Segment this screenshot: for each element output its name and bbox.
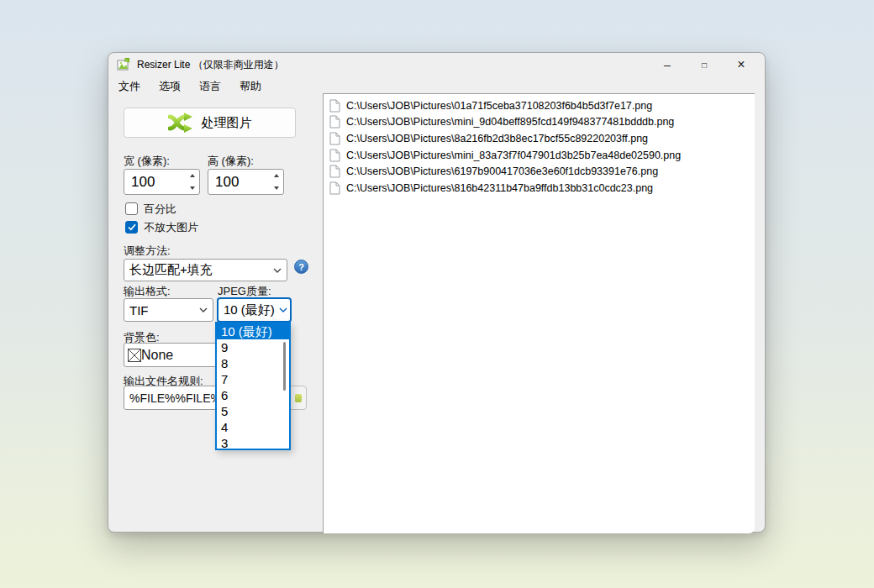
jpeg-quality-option[interactable]: 7 — [217, 371, 289, 387]
chevron-down-icon — [199, 307, 208, 312]
window-controls: – □ × — [649, 53, 760, 76]
jpeg-quality-option[interactable]: 6 — [217, 387, 289, 403]
chevron-down-icon — [279, 307, 287, 312]
chevron-down-icon — [273, 268, 282, 273]
minimize-icon: – — [664, 60, 671, 69]
output-format-select[interactable]: TIF — [124, 298, 213, 322]
jpeg-quality-dropdown: 10 (最好) 9 8 7 6 5 4 3 — [215, 322, 291, 450]
width-decrement-button[interactable] — [185, 182, 199, 195]
output-format-value: TIF — [129, 303, 149, 318]
help-icon: ? — [298, 262, 304, 272]
menu-file[interactable]: 文件 — [113, 77, 145, 96]
output-format-label: 输出格式: — [124, 284, 171, 299]
file-icon — [329, 115, 340, 129]
height-stepper — [208, 169, 284, 195]
file-list-item[interactable]: C:\Users\JOB\Pictures\mini_83a73f7f04790… — [324, 147, 755, 164]
resize-method-help-button[interactable]: ? — [294, 260, 308, 274]
file-icon — [329, 132, 340, 145]
arrow-up-icon — [190, 174, 195, 177]
resize-method-select[interactable]: 长边匹配+填充 — [124, 259, 287, 281]
percent-checkbox-label: 百分比 — [144, 202, 176, 217]
menu-language[interactable]: 语言 — [194, 77, 226, 96]
file-path: C:\Users\JOB\Pictures\8a216fb2d3b8ec17bc… — [346, 133, 648, 144]
crossed-box-icon — [128, 349, 141, 362]
resize-method-label: 调整方法: — [124, 244, 171, 259]
process-images-button[interactable]: 处理图片 — [124, 108, 296, 138]
minimize-button[interactable]: – — [649, 53, 686, 76]
maximize-button[interactable]: □ — [686, 53, 723, 76]
height-label: 高 (像素): — [208, 154, 254, 169]
file-list-item[interactable]: C:\Users\JOB\Pictures\mini_9d04beff895fc… — [324, 114, 755, 131]
percent-checkbox[interactable]: 百分比 — [125, 202, 176, 216]
checkbox-checked-icon — [125, 221, 138, 234]
arrow-down-icon — [274, 186, 279, 190]
jpeg-quality-option[interactable]: 10 (最好) — [217, 323, 289, 339]
close-icon: × — [737, 57, 745, 72]
app-logo-icon — [117, 58, 130, 71]
no-enlarge-checkbox-label: 不放大图片 — [144, 220, 198, 235]
jpeg-quality-option[interactable]: 5 — [217, 403, 289, 419]
file-icon — [329, 165, 340, 178]
app-window: Resizer Lite （仅限非商业用途） – □ × 文件 选项 语言 帮助… — [108, 52, 766, 533]
file-path: C:\Users\JOB\Pictures\mini_9d04beff895fc… — [346, 116, 674, 128]
file-list: C:\Users\JOB\Pictures\01a71f5ceba3710820… — [323, 93, 755, 533]
width-input[interactable] — [124, 170, 185, 194]
arrow-down-icon — [190, 186, 195, 190]
file-list-item[interactable]: C:\Users\JOB\Pictures\8a216fb2d3b8ec17bc… — [324, 130, 755, 147]
jpeg-quality-value: 10 (最好) — [224, 302, 275, 318]
file-icon — [329, 99, 340, 113]
resize-method-value: 长边匹配+填充 — [129, 262, 213, 278]
file-path: C:\Users\JOB\Pictures\816b42311b47ba9ffd… — [346, 182, 653, 194]
jpeg-quality-label: JPEG质量: — [218, 284, 271, 299]
helper-glyph-icon — [295, 394, 302, 402]
process-images-label: 处理图片 — [202, 115, 252, 131]
window-title: Resizer Lite （仅限非商业用途） — [137, 58, 284, 72]
shuffle-arrows-icon — [168, 113, 195, 133]
height-decrement-button[interactable] — [269, 182, 283, 195]
jpeg-quality-select[interactable]: 10 (最好) — [218, 298, 291, 322]
file-icon — [329, 149, 340, 162]
menu-help[interactable]: 帮助 — [234, 77, 266, 96]
file-path: C:\Users\JOB\Pictures\mini_83a73f7f04790… — [346, 150, 681, 161]
maximize-icon: □ — [702, 60, 707, 70]
no-enlarge-checkbox[interactable]: 不放大图片 — [125, 220, 198, 234]
width-stepper — [124, 169, 200, 195]
title-bar: Resizer Lite （仅限非商业用途） – □ × — [108, 53, 765, 76]
file-list-item[interactable]: C:\Users\JOB\Pictures\6197b900417036e3e6… — [324, 163, 755, 180]
jpeg-quality-option[interactable]: 3 — [217, 435, 289, 451]
file-list-item[interactable]: C:\Users\JOB\Pictures\01a71f5ceba3710820… — [324, 97, 755, 114]
file-path: C:\Users\JOB\Pictures\6197b900417036e3e6… — [346, 165, 658, 177]
file-icon — [329, 181, 340, 195]
width-label: 宽 (像素): — [124, 154, 170, 169]
height-increment-button[interactable] — [269, 170, 283, 182]
height-input[interactable] — [208, 170, 269, 194]
jpeg-quality-option[interactable]: 4 — [217, 419, 289, 435]
arrow-up-icon — [274, 174, 279, 177]
checkbox-unchecked-icon — [125, 202, 138, 215]
file-list-item[interactable]: C:\Users\JOB\Pictures\816b42311b47ba9ffd… — [324, 180, 755, 197]
width-increment-button[interactable] — [185, 170, 199, 182]
jpeg-quality-option[interactable]: 9 — [217, 339, 289, 355]
background-color-value: None — [141, 348, 173, 363]
file-path: C:\Users\JOB\Pictures\01a71f5ceba3710820… — [346, 100, 652, 112]
menu-options[interactable]: 选项 — [154, 77, 186, 96]
dropdown-scrollbar-thumb[interactable] — [283, 342, 286, 391]
close-button[interactable]: × — [723, 53, 760, 76]
jpeg-quality-option[interactable]: 8 — [217, 355, 289, 371]
